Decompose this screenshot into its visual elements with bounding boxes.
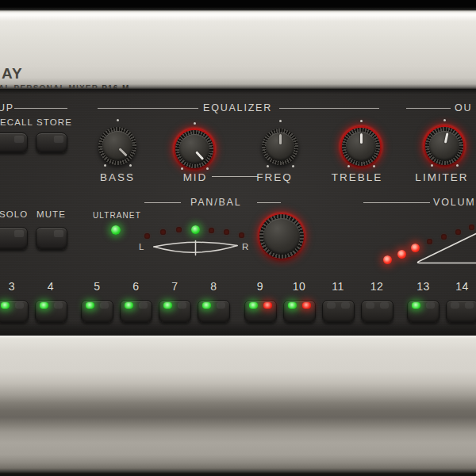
limiter-knob-label: LIMITER (415, 171, 468, 183)
mute-button[interactable] (36, 227, 67, 250)
channel-red-led (263, 302, 272, 309)
channel-button-14[interactable] (446, 300, 476, 323)
channel-button-3[interactable] (0, 300, 29, 323)
pan-led-4 (191, 225, 200, 234)
pan-led-6 (224, 229, 229, 235)
channel-number-7: 7 (171, 280, 178, 293)
channel-number-14: 14 (455, 280, 469, 293)
channel-button-7[interactable] (159, 300, 191, 323)
divider-line (144, 202, 181, 203)
pan-led-3 (176, 227, 182, 232)
mute-label: MUTE (36, 209, 66, 219)
volume-led-6 (455, 229, 461, 235)
channel-red-led (54, 302, 63, 309)
channel-red-led (15, 302, 24, 309)
volume-led-4 (427, 239, 432, 244)
channel-button-6[interactable] (120, 300, 152, 323)
channel-number-11: 11 (332, 280, 344, 293)
mid-knob-label: MID (183, 171, 208, 183)
channel-green-led (412, 302, 420, 309)
knob-pointer (196, 151, 205, 160)
knob-marker-dot (456, 164, 459, 167)
channel-button-13[interactable] (407, 300, 440, 323)
channel-green-led (249, 302, 258, 309)
volume-wedge-graphic (417, 234, 476, 263)
channel-button-9[interactable] (244, 300, 277, 323)
channel-number-12: 12 (370, 280, 384, 293)
recall-button[interactable] (0, 132, 28, 153)
knob-marker-dot (117, 119, 119, 121)
channel-number-4: 4 (48, 280, 54, 293)
knob-marker-dot (292, 165, 294, 167)
mute-led-window (54, 230, 63, 237)
channel-red-led (380, 302, 389, 309)
bass-knob-label: BASS (100, 171, 135, 183)
channel-select-row: 34567891011121314 (0, 279, 476, 328)
channel-number-10: 10 (293, 280, 306, 293)
channel-number-6: 6 (132, 280, 139, 293)
divider-line (279, 108, 379, 109)
pan-left-label: L (139, 242, 145, 251)
treble-knob[interactable] (339, 125, 383, 169)
channel-button-11[interactable] (322, 300, 355, 323)
channel-green-led (1, 302, 10, 309)
volume-led-3 (411, 244, 420, 252)
volume-led-2 (397, 250, 406, 259)
channel-button-8[interactable] (198, 300, 230, 323)
bottom-bezel (0, 336, 476, 476)
mixer-front-panel: AY AL PERSONAL MIXER P16-M UP EQUALIZER … (0, 0, 476, 476)
channel-button-4[interactable] (35, 300, 67, 323)
mid-freq-link-line (212, 176, 258, 177)
channel-button-12[interactable] (361, 300, 393, 323)
channel-button-5[interactable] (81, 300, 113, 323)
channel-green-led (125, 302, 133, 309)
knob-cap (263, 218, 300, 255)
pan-bal-header: PAN/BAL (190, 197, 241, 208)
freq-knob-label: FREQ (256, 171, 293, 183)
pan-led-5 (209, 228, 214, 233)
channel-button-10[interactable] (283, 300, 316, 323)
pan-knob[interactable] (257, 212, 306, 261)
freq-knob[interactable] (259, 125, 301, 168)
channel-red-led (302, 302, 311, 309)
output-header-fragment: OU (455, 102, 472, 113)
channel-green-led (86, 302, 94, 309)
store-button[interactable] (36, 132, 67, 153)
knob-marker-dot (443, 119, 446, 121)
store-led-window (54, 136, 63, 143)
bass-knob[interactable] (95, 124, 140, 168)
channel-green-led (327, 302, 336, 309)
pan-right-label: R (242, 242, 249, 251)
treble-knob-label: TREBLE (332, 171, 383, 183)
knob-marker-dot (129, 164, 132, 167)
volume-header-fragment: VOLUM (433, 197, 475, 208)
divider-line (98, 108, 198, 109)
knob-pointer (119, 148, 128, 156)
recall-label-fragment: ECALL (0, 117, 33, 127)
knob-marker-dot (267, 165, 269, 167)
channel-red-led (465, 302, 474, 309)
limiter-knob[interactable] (422, 124, 466, 168)
knob-marker-dot (194, 122, 196, 125)
top-edge-shadow (0, 0, 476, 10)
knob-marker-dot (347, 165, 350, 167)
knob-marker-dot (104, 164, 106, 167)
knob-marker-dot (279, 120, 282, 122)
pan-led-7 (239, 232, 244, 238)
channel-number-3: 3 (9, 280, 15, 293)
knob-marker-dot (206, 167, 209, 170)
channel-green-led (366, 302, 374, 309)
channel-red-led (217, 302, 225, 309)
divider-line (14, 108, 67, 109)
channel-green-led (163, 302, 172, 309)
knob-marker-dot (181, 167, 183, 170)
knob-pointer (360, 133, 363, 144)
recall-led-window (14, 136, 24, 143)
volume-led-7 (469, 225, 474, 230)
solo-button[interactable] (0, 227, 28, 250)
channel-number-13: 13 (416, 280, 430, 293)
ultranet-led (111, 225, 121, 235)
mid-knob[interactable] (172, 127, 217, 171)
channel-red-led (100, 302, 109, 309)
pan-led-1 (144, 233, 150, 239)
